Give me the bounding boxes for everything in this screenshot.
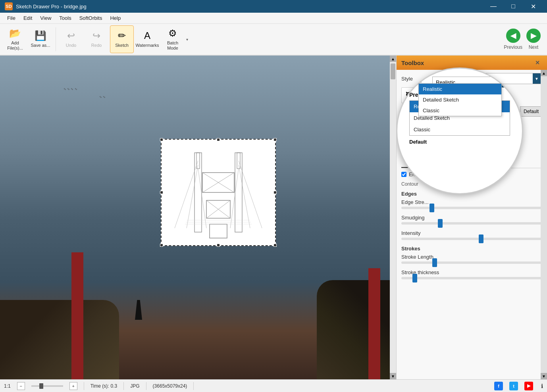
zoom-level: 1:1 [4, 383, 11, 389]
save-as-icon: 💾 [35, 30, 46, 41]
facebook-icon[interactable]: f [494, 382, 503, 390]
stroke-length-slider-row: Stroke Length [401, 254, 542, 264]
edge-strength-thumb[interactable] [430, 204, 434, 212]
menu-bar: FileEditViewToolsSoftOrbitsHelp [0, 13, 547, 24]
toolbox-scrollbar: ▲ ▼ [541, 70, 547, 379]
toolbox-scroll-up[interactable]: ▲ [541, 70, 547, 76]
redo-icon: ↪ [92, 30, 100, 41]
mag-dropdown-classic[interactable]: Classic [410, 124, 510, 135]
next-nav: ▶ Next [526, 29, 541, 50]
toolbox-title: Toolbox [401, 60, 424, 66]
canvas-area[interactable]: ∿ ∿ ∿ ∿ ∿ ∿ [0, 56, 396, 379]
scroll-thumb[interactable] [391, 63, 395, 79]
minimize-button[interactable]: — [484, 0, 503, 13]
toolbar-btn-watermarks[interactable]: A Watermarks [135, 25, 159, 53]
preset-dropdown: Realistic Detailed Sketch Classic [418, 83, 502, 116]
time-item: Time (s): 0.3 [91, 383, 117, 389]
title-left: SD Sketch Drawer Pro - bridge.jpg [5, 2, 87, 10]
toolbox-scroll-down[interactable]: ▼ [541, 373, 547, 379]
toolbar-separator [56, 27, 56, 51]
toolbox-close-button[interactable]: ✕ [533, 58, 542, 67]
intensity-track[interactable] [401, 238, 542, 240]
zoom-thumb[interactable] [39, 383, 43, 389]
batch-mode-icon: ⚙ [168, 28, 177, 39]
preset-option-classic[interactable]: Classic [419, 105, 501, 116]
toolbar-btn-add-files[interactable]: 📂 Add File(s)... [3, 25, 27, 53]
stroke-thickness-label: Stroke thickness [401, 269, 542, 275]
handle-mr[interactable] [274, 191, 277, 194]
undo-label: Undo [66, 43, 76, 48]
handle-br[interactable] [274, 244, 277, 247]
toolbar-btn-sketch[interactable]: ✏ Sketch [110, 25, 134, 53]
zoom-out-btn[interactable]: − [17, 382, 25, 390]
toolbar-more-arrow[interactable]: ▾ [186, 37, 188, 42]
next-button[interactable]: ▶ [526, 29, 541, 43]
prev-button[interactable]: ◀ [506, 29, 520, 43]
stroke-thickness-track[interactable] [401, 277, 542, 279]
toolbar-btn-save-as[interactable]: 💾 Save as... [29, 25, 52, 53]
watermarks-icon: A [144, 30, 150, 41]
redo-label: Redo [91, 43, 102, 48]
edge-strength-slider-row: Edge Stre... [401, 199, 542, 209]
status-sep-1 [84, 382, 84, 390]
time-label: Time (s): [91, 383, 109, 389]
menu-item-file[interactable]: File [3, 13, 19, 23]
toolbox-panel: Toolbox ✕ Style Realistic ▼ 🖼 ✏ [396, 56, 547, 379]
dimensions-label: (3665x5079x24) [153, 383, 187, 389]
bridge-tower-right [368, 268, 380, 379]
zoom-control: 1:1 [4, 383, 11, 389]
zoom-in-btn[interactable]: + [69, 382, 77, 390]
youtube-icon[interactable]: ▶ [524, 382, 533, 390]
handle-bl[interactable] [160, 244, 163, 247]
toolbar-btn-redo: ↪ Redo [85, 25, 108, 53]
default-button[interactable]: Default [520, 106, 542, 117]
menu-item-view[interactable]: View [36, 13, 55, 23]
zoom-slider[interactable] [31, 385, 63, 387]
stroke-length-thumb[interactable] [432, 258, 437, 267]
edge-strength-track[interactable] [401, 207, 542, 209]
handle-tr[interactable] [274, 138, 277, 141]
menu-item-help[interactable]: Help [106, 13, 125, 23]
close-button[interactable]: ✕ [524, 0, 542, 13]
strokes-section-header: Strokes [401, 246, 542, 252]
prev-label: Previous [504, 44, 522, 50]
format-label: JPG [130, 383, 139, 389]
handle-bc[interactable] [217, 244, 220, 247]
batch-mode-label: Batch Mode [163, 40, 183, 51]
stroke-length-track[interactable] [401, 261, 542, 264]
sketch-preview-box[interactable] [161, 139, 276, 246]
scroll-up-btn[interactable]: ▲ [390, 56, 396, 62]
next-label: Next [529, 44, 539, 50]
menu-item-tools[interactable]: Tools [55, 13, 75, 23]
stroke-thickness-slider-row: Stroke thickness [401, 269, 542, 279]
menu-item-edit[interactable]: Edit [19, 13, 36, 23]
menu-item-softorbits[interactable]: SoftOrbits [75, 13, 106, 23]
preset-option-realistic[interactable]: Realistic [419, 84, 501, 94]
add-files-icon: 📂 [9, 28, 21, 39]
sketch-icon: ✏ [118, 30, 126, 41]
scroll-down-btn[interactable]: ▼ [390, 373, 396, 379]
mag-select-arrow: ▼ [501, 77, 510, 87]
canvas-scrollbar: ▲ ▼ [390, 56, 396, 379]
bridge-sketch-svg [163, 141, 274, 244]
preset-option-detailed[interactable]: Detailed Sketch [419, 94, 501, 105]
toolbar-btn-undo: ↩ Undo [59, 25, 83, 53]
window-title: Sketch Drawer Pro - bridge.jpg [16, 4, 87, 10]
toolbox-header: Toolbox ✕ [397, 56, 547, 70]
smudging-track[interactable] [401, 222, 542, 225]
format-item: JPG [130, 383, 139, 389]
sketch-label: Sketch [115, 43, 129, 48]
twitter-icon[interactable]: t [509, 382, 518, 390]
info-button[interactable]: ℹ [541, 383, 543, 389]
stroke-thickness-thumb[interactable] [412, 274, 417, 282]
smudging-thumb[interactable] [438, 219, 443, 228]
toolbar-btn-batch-mode[interactable]: ⚙ Batch Mode [161, 25, 185, 53]
stroke-length-label: Stroke Length [401, 254, 542, 260]
intensity-thumb[interactable] [479, 234, 483, 243]
maximize-button[interactable]: □ [504, 0, 522, 13]
rock-left [0, 300, 119, 379]
status-sep-3 [146, 382, 146, 390]
bird-decoration: ∿ ∿ [99, 95, 106, 99]
save-as-label: Save as... [31, 43, 50, 48]
smudging-label: Smudging [401, 215, 542, 221]
